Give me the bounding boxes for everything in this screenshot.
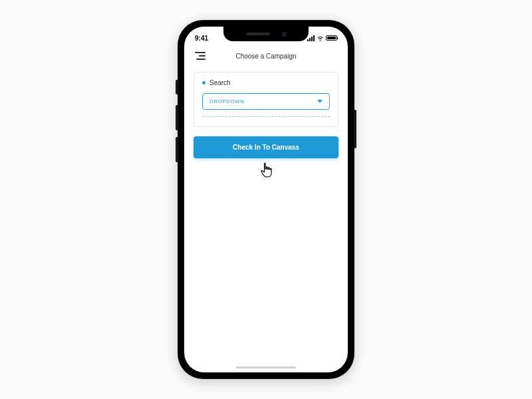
front-camera bbox=[282, 32, 287, 37]
dropdown-selected-text: Dropdown bbox=[209, 98, 244, 104]
campaign-dropdown[interactable]: Dropdown bbox=[202, 93, 330, 110]
status-time: 9:41 bbox=[195, 35, 221, 42]
wifi-icon bbox=[317, 35, 324, 41]
phone-device-frame: 9:41 Choose a Campaign bbox=[178, 20, 354, 379]
speaker-grille bbox=[246, 33, 270, 35]
status-indicators bbox=[307, 35, 337, 41]
divider bbox=[202, 116, 330, 117]
cellular-signal-icon bbox=[307, 35, 315, 41]
volume-down-button bbox=[176, 137, 178, 162]
main-content: Search Dropdown Check In To Canvass bbox=[184, 69, 348, 161]
page-title: Choose a Campaign bbox=[195, 53, 337, 60]
check-in-button[interactable]: Check In To Canvass bbox=[194, 136, 338, 158]
search-label: Search bbox=[209, 79, 231, 86]
search-card: Search Dropdown bbox=[194, 72, 338, 127]
bullet-icon bbox=[202, 81, 205, 84]
chevron-down-icon bbox=[317, 100, 323, 103]
phone-notch bbox=[223, 27, 309, 41]
home-indicator[interactable] bbox=[236, 366, 296, 368]
power-button bbox=[354, 110, 356, 148]
mute-switch bbox=[176, 80, 178, 94]
app-header: Choose a Campaign bbox=[184, 47, 348, 69]
battery-icon bbox=[326, 35, 337, 41]
phone-screen: 9:41 Choose a Campaign bbox=[184, 27, 348, 372]
volume-up-button bbox=[176, 105, 178, 130]
search-label-row: Search bbox=[202, 79, 330, 86]
